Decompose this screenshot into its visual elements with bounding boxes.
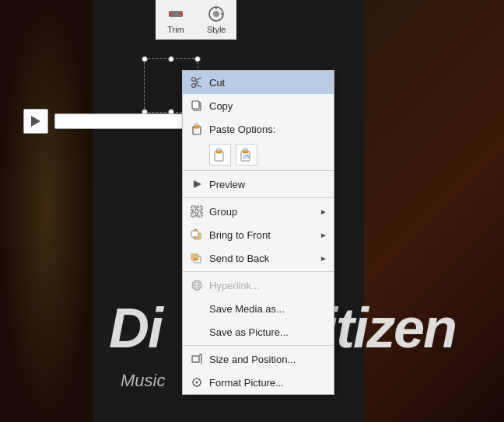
save-picture-icon (189, 324, 205, 340)
svg-point-10 (192, 78, 196, 82)
menu-item-send-to-back[interactable]: Send to Back ► (183, 246, 334, 270)
style-icon (207, 5, 226, 25)
menu-item-paste-options[interactable]: Paste Options: (183, 117, 334, 141)
paste-as-picture-button[interactable] (236, 144, 257, 166)
group-icon (189, 204, 205, 219)
trim-label: Trim (167, 25, 184, 34)
save-media-icon (189, 301, 205, 316)
handle-tr (194, 56, 201, 62)
handle-tc (168, 56, 174, 62)
svg-line-14 (195, 81, 198, 83)
svg-marker-30 (194, 180, 201, 188)
menu-item-hyperlink: Hyperlink... (183, 274, 334, 297)
menu-item-cut[interactable]: Cut (183, 71, 334, 94)
menu-item-copy[interactable]: Copy (183, 94, 334, 117)
svg-line-12 (195, 78, 201, 81)
menu-cut-label: Cut (209, 77, 327, 89)
svg-point-28 (244, 155, 246, 157)
toolbar: Trim Style (156, 0, 236, 40)
menu-copy-label: Copy (209, 100, 327, 112)
separator-2 (183, 197, 334, 198)
context-menu: Cut Copy Paste Options: (182, 70, 334, 395)
svg-line-15 (195, 82, 198, 85)
menu-hyperlink-label: Hyperlink... (209, 280, 327, 291)
paste-icon (189, 121, 205, 137)
svg-rect-23 (217, 148, 221, 151)
scissors-icon (189, 75, 205, 90)
menu-save-media-label: Save Media as... (209, 303, 327, 315)
send-to-back-submenu-arrow: ► (320, 254, 327, 263)
trim-icon (166, 5, 185, 25)
size-position-icon (189, 351, 205, 367)
bring-to-front-submenu-arrow: ► (320, 231, 327, 239)
menu-item-save-picture[interactable]: Save as Picture... (183, 320, 334, 344)
slide-subtitle-text: Music (121, 371, 165, 391)
separator-4 (183, 345, 334, 346)
svg-rect-26 (243, 148, 247, 151)
menu-send-to-back-label: Send to Back (209, 253, 320, 264)
preview-icon (189, 176, 205, 192)
svg-point-11 (192, 84, 196, 88)
svg-rect-35 (193, 208, 201, 215)
style-label: Style (207, 25, 226, 34)
menu-item-size-position[interactable]: Size and Position... (183, 347, 334, 371)
format-picture-icon (189, 375, 205, 390)
menu-item-preview[interactable]: Preview (183, 173, 334, 196)
paste-options-icons-row (183, 141, 334, 169)
menu-paste-options-label: Paste Options: (209, 124, 327, 135)
svg-rect-47 (192, 356, 199, 362)
svg-point-52 (196, 382, 198, 384)
svg-marker-7 (31, 116, 40, 127)
bring-to-front-icon (189, 227, 205, 242)
svg-rect-32 (198, 206, 202, 211)
group-submenu-arrow: ► (320, 208, 327, 216)
menu-preview-label: Preview (209, 179, 327, 190)
svg-rect-31 (191, 206, 196, 211)
menu-item-save-media[interactable]: Save Media as... (183, 297, 334, 320)
handle-tl (142, 56, 148, 62)
svg-line-13 (195, 85, 201, 88)
svg-rect-17 (192, 101, 199, 109)
paste-keep-formatting-button[interactable] (209, 144, 231, 166)
style-button[interactable]: Style (202, 3, 230, 36)
globe-icon (189, 277, 205, 293)
svg-rect-33 (191, 212, 196, 217)
menu-group-label: Group (209, 206, 320, 218)
trim-button[interactable]: Trim (162, 3, 190, 36)
menu-size-position-label: Size and Position... (209, 354, 327, 365)
menu-save-picture-label: Save as Picture... (209, 326, 327, 338)
play-button[interactable] (23, 109, 48, 134)
background-left (0, 0, 93, 422)
menu-bring-to-front-label: Bring to Front (209, 229, 320, 241)
menu-format-picture-label: Format Picture... (209, 377, 327, 389)
svg-rect-20 (195, 124, 198, 126)
svg-rect-37 (191, 231, 198, 237)
menu-item-format-picture[interactable]: Format Picture... (183, 371, 334, 394)
separator-3 (183, 271, 334, 272)
menu-item-bring-to-front[interactable]: Bring to Front ► (183, 223, 334, 246)
svg-rect-34 (198, 212, 202, 217)
copy-icon (189, 98, 205, 113)
separator-1 (183, 170, 334, 171)
send-to-back-icon (189, 250, 205, 266)
svg-point-4 (213, 11, 219, 17)
menu-item-group[interactable]: Group ► (183, 200, 334, 223)
